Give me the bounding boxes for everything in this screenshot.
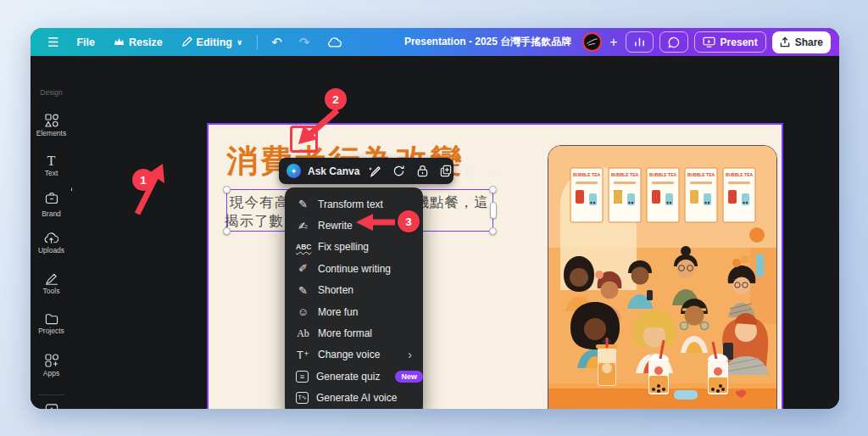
share-upload-icon xyxy=(780,36,790,48)
element-floating-toolbar: ✦ Ask Canva xyxy=(279,158,453,184)
bar-chart-icon xyxy=(634,36,645,48)
shorten-icon: ✎ xyxy=(296,284,310,297)
magic-media-icon xyxy=(45,403,58,409)
comments-button[interactable] xyxy=(659,31,688,53)
insights-button[interactable] xyxy=(626,31,654,53)
regenerate-button[interactable] xyxy=(390,165,407,177)
canva-ai-logo: ✦ xyxy=(287,164,301,178)
rewrite-icon: ✍ xyxy=(296,220,310,232)
magic-write-button[interactable] xyxy=(366,165,383,178)
sidebar-item-magic-media[interactable]: Magic Media xyxy=(31,403,72,409)
menu-item-transform-text[interactable]: ✎ Transform text xyxy=(285,193,423,215)
upload-cloud-icon xyxy=(44,232,58,244)
document-title[interactable]: Presentation - 2025 台灣手搖飲品牌 xyxy=(404,35,571,49)
hamburger-menu-icon[interactable]: ☰ xyxy=(41,33,65,52)
menu-posters: BUBBLE TEA BUBBLE TEA BUBBLE TEA BUBBLE … xyxy=(570,168,755,222)
magic-write-context-menu: ✎ Transform text ✍ Rewrite ABC Fix spell… xyxy=(285,187,423,409)
more-formal-icon: Ab xyxy=(296,327,310,340)
fix-spelling-icon: ABC xyxy=(296,243,310,251)
canva-app-window: ☰ File Resize Editing ∨ ↶ ↷ xyxy=(31,28,839,409)
folder-icon xyxy=(45,313,58,325)
change-voice-icon: T⁺ xyxy=(296,349,310,361)
ask-canva-button[interactable]: Ask Canva xyxy=(308,165,359,177)
crown-icon xyxy=(114,37,125,47)
sidebar-item-design[interactable]: Design xyxy=(31,87,72,97)
menu-item-more-fun[interactable]: ☺ More fun xyxy=(285,301,423,322)
sidebar-item-brand[interactable]: Brand xyxy=(31,192,72,218)
editing-mode-menu[interactable]: Editing ∨ xyxy=(174,33,251,52)
body-text-line1-left: 現今有高 xyxy=(230,193,289,212)
menu-item-generate-quiz[interactable]: ≡ Generate quiz New xyxy=(285,366,423,387)
sidebar-item-uploads[interactable]: Uploads xyxy=(31,232,72,254)
resize-handle-top-left[interactable] xyxy=(223,186,231,193)
generate-ai-voice-icon: T∿ xyxy=(296,392,309,404)
screenshot-root: ☰ File Resize Editing ∨ ↶ ↷ xyxy=(0,0,868,436)
add-member-button[interactable]: + xyxy=(608,35,619,50)
continue-writing-icon: ✐ xyxy=(296,262,310,275)
file-menu[interactable]: File xyxy=(69,33,103,52)
top-menu-bar: ☰ File Resize Editing ∨ ↶ ↷ xyxy=(31,28,839,56)
present-button[interactable]: Present xyxy=(694,31,766,53)
sidebar-item-tools[interactable]: Tools xyxy=(31,272,72,295)
sidebar-item-text[interactable]: T Text xyxy=(31,154,72,177)
transform-text-icon: ✎ xyxy=(296,198,310,210)
svg-text:BUBBLE TEA: BUBBLE TEA xyxy=(726,172,754,177)
svg-text:BUBBLE TEA: BUBBLE TEA xyxy=(687,172,715,177)
menu-item-rewrite[interactable]: ✍ Rewrite xyxy=(285,215,423,237)
menu-item-fix-spelling[interactable]: ABC Fix spelling xyxy=(285,237,423,258)
menu-item-change-voice[interactable]: T⁺ Change voice › xyxy=(285,344,423,366)
cloud-save-icon[interactable] xyxy=(320,33,350,52)
pencil-icon xyxy=(181,36,192,48)
menu-item-more-formal[interactable]: Ab More formal xyxy=(285,323,423,344)
duplicate-button[interactable] xyxy=(437,165,454,177)
elements-icon xyxy=(45,114,58,127)
text-icon: T xyxy=(31,154,72,167)
more-options-button[interactable]: ⋯ xyxy=(485,164,502,179)
generate-quiz-icon: ≡ xyxy=(296,371,309,383)
brand-kit-icon xyxy=(45,192,58,204)
menu-item-shorten[interactable]: ✎ Shorten xyxy=(285,280,423,301)
smiley-icon: ☺ xyxy=(296,305,310,318)
svg-text:BUBBLE TEA: BUBBLE TEA xyxy=(649,172,677,177)
resize-handle-bottom-right[interactable] xyxy=(489,227,497,235)
comment-bubble-icon xyxy=(668,36,680,48)
sidebar-divider xyxy=(38,394,64,395)
divider xyxy=(257,35,258,50)
tools-pen-icon xyxy=(45,272,58,285)
chevron-down-icon: ∨ xyxy=(236,38,242,47)
resize-menu[interactable]: Resize xyxy=(106,33,170,52)
menu-item-generate-ai-voice[interactable]: T∿ Generate AI voice xyxy=(285,388,423,409)
menu-item-continue-writing[interactable]: ✐ Continue writing xyxy=(285,258,423,279)
sidebar-item-elements[interactable]: Elements xyxy=(31,114,72,137)
body-text-line2: 揭示了數 xyxy=(225,212,284,231)
delete-button[interactable] xyxy=(461,165,478,177)
resize-handle-bottom-left[interactable] xyxy=(223,227,231,235)
svg-text:BUBBLE TEA: BUBBLE TEA xyxy=(611,172,639,177)
submenu-chevron-icon: › xyxy=(408,348,412,361)
lock-button[interactable] xyxy=(414,165,431,177)
undo-button[interactable]: ↶ xyxy=(264,35,289,50)
share-button[interactable]: Share xyxy=(772,31,831,53)
resize-handle-right[interactable] xyxy=(490,202,497,219)
sidebar-item-apps[interactable]: Apps xyxy=(31,354,72,377)
apps-grid-icon xyxy=(45,354,58,367)
new-badge: New xyxy=(395,371,423,383)
design-canvas: 消費者行為改變 現今有高 手機點餐，這 揭示了數 ✦ Ask Canva xyxy=(72,56,839,409)
present-screen-icon xyxy=(703,36,715,48)
redo-button[interactable]: ↷ xyxy=(292,35,317,50)
svg-text:BUBBLE TEA: BUBBLE TEA xyxy=(573,172,601,177)
slide-page[interactable]: 消費者行為改變 現今有高 手機點餐，這 揭示了數 ✦ Ask Canva xyxy=(207,123,783,409)
sidebar-item-projects[interactable]: Projects xyxy=(31,313,72,335)
left-sidebar: Design Elements T Text Brand Uploads xyxy=(31,56,72,409)
avatar[interactable] xyxy=(582,32,602,52)
bubble-tea-shop-illustration[interactable]: BUBBLE TEA BUBBLE TEA BUBBLE TEA BUBBLE … xyxy=(548,145,777,409)
resize-handle-top-right[interactable] xyxy=(489,186,497,193)
